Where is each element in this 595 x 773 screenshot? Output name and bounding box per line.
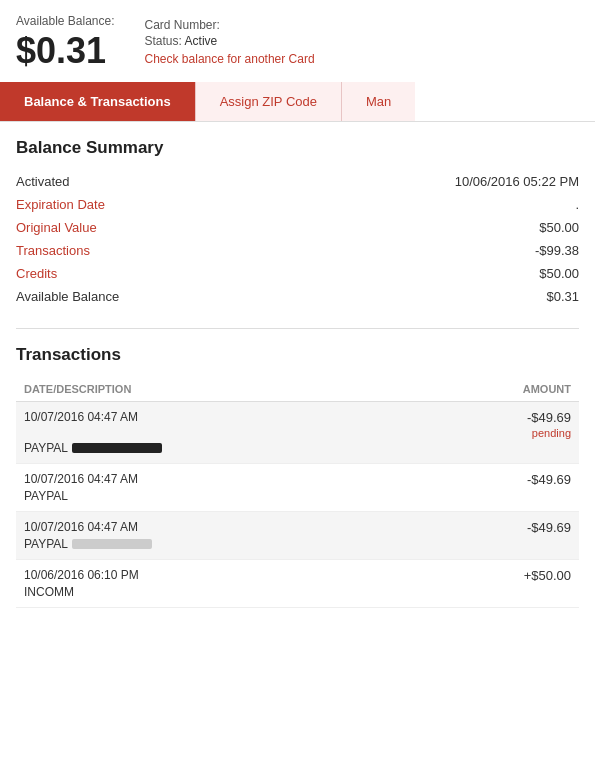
card-info: Card Number: Status: Active Check balanc… <box>145 14 315 66</box>
balance-summary-title: Balance Summary <box>16 138 579 158</box>
summary-row: Transactions-$99.38 <box>16 239 579 262</box>
header-area: Available Balance: $0.31 Card Number: St… <box>0 0 595 82</box>
tx-amount: -$49.69 <box>527 520 571 535</box>
summary-row: Activated10/06/2016 05:22 PM <box>16 170 579 193</box>
summary-row: Expiration Date. <box>16 193 579 216</box>
tx-pending: pending <box>527 427 571 439</box>
redacted-bar <box>72 539 152 549</box>
col-amount-header: AMOUNT <box>523 383 571 395</box>
tx-description: PAYPAL <box>24 537 571 551</box>
tx-description: PAYPAL <box>24 489 571 503</box>
transactions-col-headers: DATE/DESCRIPTION AMOUNT <box>16 377 579 402</box>
status-value: Active <box>185 34 218 48</box>
transactions-title: Transactions <box>16 345 579 365</box>
transactions-section: Transactions DATE/DESCRIPTION AMOUNT 10/… <box>16 345 579 608</box>
status-label: Status: <box>145 34 182 48</box>
col-date-header: DATE/DESCRIPTION <box>24 383 131 395</box>
check-balance-link[interactable]: Check balance for another Card <box>145 52 315 66</box>
transaction-row: 10/07/2016 04:47 AM-$49.69PAYPAL <box>16 512 579 560</box>
summary-row: Original Value$50.00 <box>16 216 579 239</box>
tx-amount: +$50.00 <box>524 568 571 583</box>
card-number-label: Card Number: <box>145 18 315 32</box>
tx-date: 10/07/2016 04:47 AM <box>24 472 138 486</box>
card-status: Status: Active <box>145 34 315 48</box>
transaction-row: 10/06/2016 06:10 PM+$50.00INCOMM <box>16 560 579 608</box>
balance-label: Available Balance: <box>16 14 115 28</box>
tx-date: 10/07/2016 04:47 AM <box>24 520 138 534</box>
section-divider <box>16 328 579 329</box>
redacted-bar <box>72 443 162 453</box>
tx-date: 10/07/2016 04:47 AM <box>24 410 138 424</box>
tab-assign-zip[interactable]: Assign ZIP Code <box>195 82 341 121</box>
tx-description: PAYPAL <box>24 441 571 455</box>
balance-amount: $0.31 <box>16 30 115 72</box>
tab-balance-transactions[interactable]: Balance & Transactions <box>0 82 195 121</box>
summary-row: Credits$50.00 <box>16 262 579 285</box>
transaction-row: 10/07/2016 04:47 AM-$49.69PAYPAL <box>16 464 579 512</box>
balance-block: Available Balance: $0.31 <box>16 14 115 72</box>
main-content: Balance Summary Activated10/06/2016 05:2… <box>0 122 595 624</box>
tx-date: 10/06/2016 06:10 PM <box>24 568 139 582</box>
tab-bar: Balance & Transactions Assign ZIP Code M… <box>0 82 595 122</box>
tx-description: INCOMM <box>24 585 571 599</box>
tx-amount: -$49.69 <box>527 472 571 487</box>
tab-manage[interactable]: Man <box>341 82 415 121</box>
summary-row: Available Balance$0.31 <box>16 285 579 308</box>
transactions-list: 10/07/2016 04:47 AM-$49.69pendingPAYPAL1… <box>16 402 579 608</box>
balance-summary-table: Activated10/06/2016 05:22 PMExpiration D… <box>16 170 579 308</box>
tx-amount: -$49.69 <box>527 410 571 425</box>
transaction-row: 10/07/2016 04:47 AM-$49.69pendingPAYPAL <box>16 402 579 464</box>
